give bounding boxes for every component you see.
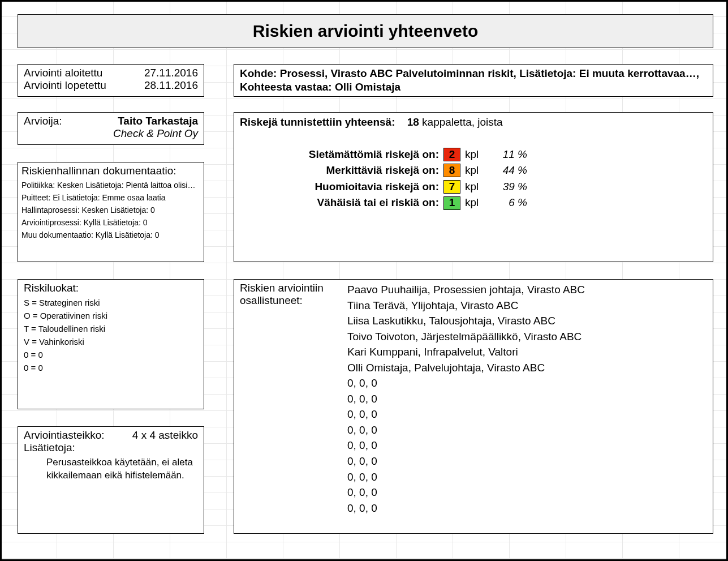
totals-row-kpl: kpl (465, 179, 488, 195)
participant: 0, 0, 0 (347, 438, 585, 453)
totals-row-count: 1 (443, 196, 460, 210)
participant: Kari Kumppani, Infrapalvelut, Valtori (347, 344, 585, 360)
participant: Tiina Terävä, Ylijohtaja, Virasto ABC (347, 298, 585, 314)
participants-box: Riskien arviointiin osallistuneet: Paavo… (234, 279, 713, 534)
totals-row-count: 2 (443, 148, 460, 161)
end-value: 28.11.2016 (144, 79, 198, 92)
scale-label: Arviointiasteikko: (24, 429, 105, 442)
totals-row-count: 7 (443, 180, 460, 194)
page-title: Riskien arviointi yhteenveto (18, 14, 713, 48)
totals-row-label: Vähäisiä tai ei riskiä on: (274, 195, 443, 211)
totals-box: Riskejä tunnistettiin yhteensä: 18 kappa… (234, 112, 713, 262)
cats-head: Riskiluokat: (24, 282, 198, 294)
participant: 0, 0, 0 (347, 453, 585, 469)
category-line: O = Operatiivinen riski (24, 311, 198, 320)
totals-row-pct: 6 % (488, 195, 527, 211)
scale-extra-label: Lisätietoja: (24, 442, 198, 454)
assessor-org: Check & Point Oy (24, 127, 198, 140)
category-line: 0 = 0 (24, 350, 198, 359)
docs-line: Puitteet: Ei Lisätietoja: Emme osaa laat… (21, 193, 200, 202)
category-line: 0 = 0 (24, 363, 198, 372)
totals-row-label: Sietämättömiä riskejä on: (274, 147, 443, 162)
assessor-label: Arvioija: (24, 115, 62, 127)
category-line: S = Strateginen riski (24, 298, 198, 307)
participant: 0, 0, 0 (347, 485, 585, 500)
totals-row-kpl: kpl (465, 163, 488, 178)
totals-row-pct: 39 % (488, 179, 527, 195)
totals-row: Merkittäviä riskejä on:8kpl44 % (274, 163, 707, 178)
participants-label-b: osallistuneet: (240, 294, 347, 307)
totals-row-pct: 44 % (488, 163, 527, 178)
docs-line: Hallintaprosessi: Kesken Lisätietoja: 0 (21, 205, 200, 215)
assessor-box: Arvioija: Taito Tarkastaja Check & Point… (18, 112, 204, 145)
dates-box: Arviointi aloitettu 27.11.2016 Arviointi… (18, 64, 204, 97)
end-label: Arviointi lopetettu (24, 79, 106, 92)
totals-row-count: 8 (443, 164, 460, 177)
scale-value: 4 x 4 asteikko (132, 429, 198, 442)
target-box: Kohde: Prosessi, Virasto ABC Palvelutoim… (234, 64, 713, 97)
docs-line: Arviointiprosessi: Kyllä Lisätietoja: 0 (21, 218, 200, 227)
totals-count: 18 (407, 116, 419, 128)
sheet: Riskien arviointi yhteenveto Arviointi a… (0, 0, 728, 561)
totals-row-label: Merkittäviä riskejä on: (274, 163, 443, 178)
category-line: T = Taloudellinen riski (24, 324, 198, 333)
totals-row: Huomioitavia riskejä on:7kpl39 % (274, 179, 707, 195)
participants-label-a: Riskien arviointiin (240, 282, 347, 294)
assessor-name: Taito Tarkastaja (118, 115, 198, 127)
participant: Liisa Laskutikku, Talousjohtaja, Virasto… (347, 313, 585, 329)
scale-box: Arviointiasteikko: 4 x 4 asteikko Lisäti… (18, 426, 204, 534)
participant: 0, 0, 0 (347, 500, 585, 516)
participant: Toivo Toivoton, Järjestelmäpäällikkö, Vi… (347, 329, 585, 345)
totals-row-label: Huomioitavia riskejä on: (274, 179, 443, 195)
docs-head: Riskienhallinnan dokumentaatio: (21, 165, 200, 177)
scale-note: Perusasteikkoa käytetään, ei aleta kikka… (46, 456, 198, 482)
totals-row: Sietämättömiä riskejä on:2kpl11 % (274, 147, 707, 162)
start-label: Arviointi aloitettu (24, 67, 102, 79)
docs-line: Muu dokumentaatio: Kyllä Lisätietoja: 0 (21, 230, 200, 239)
documentation-box: Riskienhallinnan dokumentaatio: Politiik… (18, 162, 204, 262)
totals-head-a: Riskejä tunnistettiin yhteensä: (240, 116, 395, 128)
category-line: V = Vahinkoriski (24, 337, 198, 346)
totals-row-pct: 11 % (488, 147, 527, 162)
totals-row-kpl: kpl (465, 147, 488, 162)
participant: 0, 0, 0 (347, 391, 585, 407)
totals-row-kpl: kpl (465, 195, 488, 211)
participant: Olli Omistaja, Palvelujohtaja, Virasto A… (347, 360, 585, 376)
participant: 0, 0, 0 (347, 375, 585, 391)
participant: 0, 0, 0 (347, 469, 585, 485)
participant: 0, 0, 0 (347, 406, 585, 422)
start-value: 27.11.2016 (144, 67, 198, 79)
participant: 0, 0, 0 (347, 422, 585, 438)
docs-line: Politiikka: Kesken Lisätietoja: Pientä l… (21, 181, 200, 190)
totals-row: Vähäisiä tai ei riskiä on:1kpl6 % (274, 195, 707, 211)
totals-head-b: kappaletta, joista (422, 116, 503, 128)
participant: Paavo Puuhailija, Prosessien johtaja, Vi… (347, 282, 585, 298)
categories-box: Riskiluokat: S = Strateginen riskiO = Op… (18, 279, 204, 409)
